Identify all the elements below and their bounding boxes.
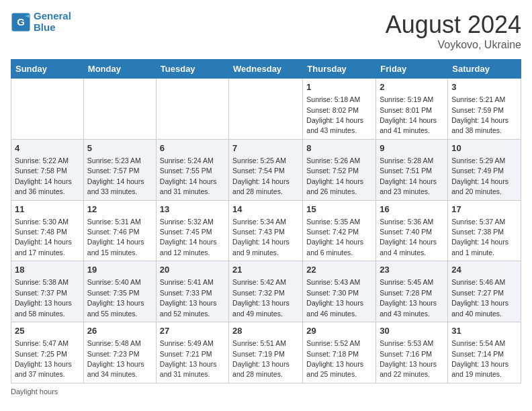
day-info: Sunrise: 5:53 AM Sunset: 7:16 PM Dayligh… — [380, 339, 437, 378]
header: G General Blue August 2024 Voykovo, Ukra… — [11, 11, 521, 51]
week-row-1: 1Sunrise: 5:18 AM Sunset: 8:02 PM Daylig… — [11, 79, 521, 140]
day-header-saturday: Saturday — [448, 60, 521, 79]
day-number: 14 — [232, 203, 299, 216]
day-info: Sunrise: 5:25 AM Sunset: 7:54 PM Dayligh… — [232, 156, 290, 195]
calendar-cell: 27Sunrise: 5:49 AM Sunset: 7:21 PM Dayli… — [156, 322, 228, 383]
calendar-cell: 4Sunrise: 5:22 AM Sunset: 7:58 PM Daylig… — [11, 139, 84, 200]
calendar-cell: 13Sunrise: 5:32 AM Sunset: 7:45 PM Dayli… — [156, 200, 228, 261]
title-block: August 2024 Voykovo, Ukraine — [386, 11, 521, 51]
day-number: 10 — [451, 142, 517, 154]
calendar-cell: 29Sunrise: 5:52 AM Sunset: 7:18 PM Dayli… — [303, 322, 376, 383]
day-info: Sunrise: 5:18 AM Sunset: 8:02 PM Dayligh… — [306, 95, 363, 134]
day-info: Sunrise: 5:38 AM Sunset: 7:37 PM Dayligh… — [15, 278, 72, 317]
logo-icon: G — [11, 12, 31, 32]
day-header-sunday: Sunday — [11, 60, 84, 79]
week-row-4: 18Sunrise: 5:38 AM Sunset: 7:37 PM Dayli… — [11, 261, 521, 322]
calendar-cell: 11Sunrise: 5:30 AM Sunset: 7:48 PM Dayli… — [11, 200, 84, 261]
day-info: Sunrise: 5:23 AM Sunset: 7:57 PM Dayligh… — [87, 156, 144, 195]
day-number: 24 — [451, 264, 517, 276]
calendar-cell: 20Sunrise: 5:41 AM Sunset: 7:33 PM Dayli… — [156, 261, 228, 322]
day-info: Sunrise: 5:48 AM Sunset: 7:23 PM Dayligh… — [87, 339, 144, 378]
calendar-cell — [11, 79, 84, 140]
calendar-cell: 16Sunrise: 5:36 AM Sunset: 7:40 PM Dayli… — [376, 200, 448, 261]
day-info: Sunrise: 5:36 AM Sunset: 7:40 PM Dayligh… — [380, 218, 437, 257]
day-number: 3 — [451, 81, 517, 93]
calendar-cell: 30Sunrise: 5:53 AM Sunset: 7:16 PM Dayli… — [376, 322, 448, 383]
svg-text:G: G — [17, 15, 25, 27]
day-number: 8 — [306, 142, 372, 154]
day-info: Sunrise: 5:29 AM Sunset: 7:49 PM Dayligh… — [451, 156, 508, 195]
calendar-cell: 1Sunrise: 5:18 AM Sunset: 8:02 PM Daylig… — [303, 79, 376, 140]
day-number: 19 — [87, 264, 152, 276]
day-info: Sunrise: 5:42 AM Sunset: 7:32 PM Dayligh… — [232, 278, 290, 317]
calendar-cell: 23Sunrise: 5:45 AM Sunset: 7:28 PM Dayli… — [376, 261, 448, 322]
calendar-cell: 3Sunrise: 5:21 AM Sunset: 7:59 PM Daylig… — [448, 79, 521, 140]
day-number: 5 — [87, 142, 152, 154]
calendar-cell: 24Sunrise: 5:46 AM Sunset: 7:27 PM Dayli… — [448, 261, 521, 322]
day-number: 30 — [380, 325, 444, 337]
calendar-table: SundayMondayTuesdayWednesdayThursdayFrid… — [11, 59, 521, 383]
day-number: 18 — [15, 264, 80, 276]
day-info: Sunrise: 5:49 AM Sunset: 7:21 PM Dayligh… — [160, 339, 217, 378]
day-header-monday: Monday — [83, 60, 156, 79]
calendar-cell: 19Sunrise: 5:40 AM Sunset: 7:35 PM Dayli… — [83, 261, 156, 322]
day-number: 17 — [451, 203, 517, 216]
footer-note: Daylight hours — [11, 387, 521, 396]
day-header-wednesday: Wednesday — [229, 60, 303, 79]
subtitle: Voykovo, Ukraine — [386, 39, 521, 51]
calendar-body: 1Sunrise: 5:18 AM Sunset: 8:02 PM Daylig… — [11, 79, 521, 383]
calendar-cell: 14Sunrise: 5:34 AM Sunset: 7:43 PM Dayli… — [229, 200, 303, 261]
day-info: Sunrise: 5:28 AM Sunset: 7:51 PM Dayligh… — [380, 156, 437, 195]
day-number: 26 — [87, 325, 152, 337]
day-info: Sunrise: 5:31 AM Sunset: 7:46 PM Dayligh… — [87, 218, 144, 257]
day-info: Sunrise: 5:40 AM Sunset: 7:35 PM Dayligh… — [87, 278, 144, 317]
day-info: Sunrise: 5:34 AM Sunset: 7:43 PM Dayligh… — [232, 218, 290, 257]
day-info: Sunrise: 5:30 AM Sunset: 7:48 PM Dayligh… — [15, 218, 72, 257]
calendar-cell: 17Sunrise: 5:37 AM Sunset: 7:38 PM Dayli… — [448, 200, 521, 261]
calendar-cell: 22Sunrise: 5:43 AM Sunset: 7:30 PM Dayli… — [303, 261, 376, 322]
week-row-3: 11Sunrise: 5:30 AM Sunset: 7:48 PM Dayli… — [11, 200, 521, 261]
day-number: 29 — [306, 325, 372, 337]
day-number: 1 — [306, 81, 372, 93]
logo-line2: Blue — [34, 22, 71, 34]
calendar-cell — [83, 79, 156, 140]
calendar-cell: 5Sunrise: 5:23 AM Sunset: 7:57 PM Daylig… — [83, 139, 156, 200]
day-number: 31 — [451, 325, 517, 337]
calendar-cell: 10Sunrise: 5:29 AM Sunset: 7:49 PM Dayli… — [448, 139, 521, 200]
calendar-cell: 25Sunrise: 5:47 AM Sunset: 7:25 PM Dayli… — [11, 322, 84, 383]
day-number: 2 — [380, 81, 444, 93]
calendar-cell: 18Sunrise: 5:38 AM Sunset: 7:37 PM Dayli… — [11, 261, 84, 322]
day-header-friday: Friday — [376, 60, 448, 79]
calendar-cell: 21Sunrise: 5:42 AM Sunset: 7:32 PM Dayli… — [229, 261, 303, 322]
calendar-cell: 9Sunrise: 5:28 AM Sunset: 7:51 PM Daylig… — [376, 139, 448, 200]
day-number: 16 — [380, 203, 444, 216]
week-row-2: 4Sunrise: 5:22 AM Sunset: 7:58 PM Daylig… — [11, 139, 521, 200]
day-number: 21 — [232, 264, 299, 276]
day-info: Sunrise: 5:35 AM Sunset: 7:42 PM Dayligh… — [306, 218, 363, 257]
day-number: 23 — [380, 264, 444, 276]
calendar-cell: 12Sunrise: 5:31 AM Sunset: 7:46 PM Dayli… — [83, 200, 156, 261]
day-number: 6 — [160, 142, 225, 154]
day-info: Sunrise: 5:54 AM Sunset: 7:14 PM Dayligh… — [451, 339, 508, 378]
day-info: Sunrise: 5:32 AM Sunset: 7:45 PM Dayligh… — [160, 218, 217, 257]
calendar-cell: 2Sunrise: 5:19 AM Sunset: 8:01 PM Daylig… — [376, 79, 448, 140]
calendar-cell: 26Sunrise: 5:48 AM Sunset: 7:23 PM Dayli… — [83, 322, 156, 383]
day-info: Sunrise: 5:26 AM Sunset: 7:52 PM Dayligh… — [306, 156, 363, 195]
day-header-tuesday: Tuesday — [156, 60, 228, 79]
day-info: Sunrise: 5:24 AM Sunset: 7:55 PM Dayligh… — [160, 156, 217, 195]
day-number: 7 — [232, 142, 299, 154]
logo-line1: General — [34, 11, 71, 22]
calendar-cell: 15Sunrise: 5:35 AM Sunset: 7:42 PM Dayli… — [303, 200, 376, 261]
calendar-cell: 28Sunrise: 5:51 AM Sunset: 7:19 PM Dayli… — [229, 322, 303, 383]
calendar-cell — [156, 79, 228, 140]
calendar-cell: 8Sunrise: 5:26 AM Sunset: 7:52 PM Daylig… — [303, 139, 376, 200]
day-info: Sunrise: 5:21 AM Sunset: 7:59 PM Dayligh… — [451, 95, 508, 134]
day-info: Sunrise: 5:37 AM Sunset: 7:38 PM Dayligh… — [451, 218, 508, 257]
day-number: 13 — [160, 203, 225, 216]
logo: G General Blue — [11, 11, 71, 33]
day-number: 12 — [87, 203, 152, 216]
day-number: 9 — [380, 142, 444, 154]
calendar-cell — [229, 79, 303, 140]
week-row-5: 25Sunrise: 5:47 AM Sunset: 7:25 PM Dayli… — [11, 322, 521, 383]
day-info: Sunrise: 5:19 AM Sunset: 8:01 PM Dayligh… — [380, 95, 437, 134]
